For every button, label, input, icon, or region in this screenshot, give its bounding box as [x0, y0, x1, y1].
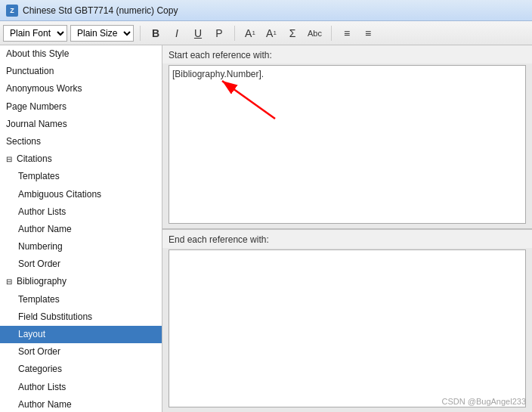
top-section: Start each reference with: [Bibliography…: [162, 45, 532, 230]
arrow-annotation-bottom: [169, 354, 169, 399]
expand-icon-bibliography: ⊟: [6, 276, 15, 288]
sidebar-item-ambiguous[interactable]: Ambiguous Citations: [0, 186, 162, 203]
title-bar: Z Chinese Std GBT7714 (numeric) Copy: [0, 0, 532, 21]
sidebar-item-bib-templates[interactable]: Templates: [0, 291, 162, 308]
sidebar-item-field-substitutions[interactable]: Field Substitutions: [0, 308, 162, 326]
sigma-button[interactable]: Σ: [283, 24, 302, 42]
sidebar-item-journalnames[interactable]: Journal Names: [0, 116, 162, 133]
window-title: Chinese Std GBT7714 (numeric) Copy: [23, 5, 178, 16]
toolbar: Plain Font Plain Size B I U P A1 A1 Σ Ab…: [0, 21, 532, 45]
sidebar-item-bibliography[interactable]: ⊟ Bibliography: [0, 273, 162, 290]
content-area: Start each reference with: [Bibliography…: [162, 45, 532, 412]
superscript-button[interactable]: A1: [241, 24, 259, 42]
abc-button[interactable]: Abc: [305, 24, 325, 42]
toolbar-separator-1: [140, 26, 141, 41]
plain-button[interactable]: P: [210, 24, 228, 42]
font-select[interactable]: Plain Font: [3, 25, 67, 42]
underline-button[interactable]: U: [189, 24, 207, 42]
sidebar-item-anonymous[interactable]: Anonymous Works: [0, 80, 162, 98]
expand-icon-citations: ⊟: [6, 153, 15, 166]
content-wrapper: Start each reference with: [Bibliography…: [162, 45, 532, 412]
italic-button[interactable]: I: [168, 24, 186, 42]
sidebar-item-layout[interactable]: Layout: [0, 326, 162, 343]
bottom-section: End each reference with:: [162, 230, 532, 413]
sidebar-item-sort-order-bib[interactable]: Sort Order: [0, 343, 162, 361]
align-left-button[interactable]: ≡: [338, 24, 356, 42]
sidebar-item-author-lists-bib[interactable]: Author Lists: [0, 379, 162, 396]
sidebar-item-categories[interactable]: Categories: [0, 361, 162, 378]
main-layout: About this Style Punctuation Anonymous W…: [0, 45, 532, 412]
sidebar-item-sort-order-cit[interactable]: Sort Order: [0, 256, 162, 273]
sidebar-item-citations-templates[interactable]: Templates: [0, 168, 162, 185]
sidebar-item-author-name-bib[interactable]: Author Name: [0, 396, 162, 412]
sidebar-item-about[interactable]: About this Style: [0, 45, 162, 63]
watermark: CSDN @BugAngel233: [442, 397, 526, 406]
top-value: [Bibliography.Number].: [172, 69, 264, 79]
subscript-button[interactable]: A1: [262, 24, 280, 42]
toolbar-separator-3: [331, 26, 332, 41]
bottom-input-area[interactable]: [169, 249, 526, 408]
bottom-label: End each reference with:: [162, 230, 532, 248]
sidebar-item-author-lists-cit[interactable]: Author Lists: [0, 203, 162, 221]
sidebar-item-author-name-cit[interactable]: Author Name: [0, 221, 162, 238]
sidebar-item-pagenumbers[interactable]: Page Numbers: [0, 98, 162, 116]
sidebar-item-sections[interactable]: Sections: [0, 133, 162, 150]
top-input-area[interactable]: [Bibliography.Number].: [169, 65, 526, 224]
size-select[interactable]: Plain Size: [70, 25, 134, 42]
app-icon: Z: [6, 5, 18, 17]
sidebar-item-citations[interactable]: ⊟ Citations: [0, 150, 162, 168]
bold-button[interactable]: B: [147, 24, 165, 42]
sidebar-item-numbering[interactable]: Numbering: [0, 238, 162, 256]
toolbar-separator-2: [234, 26, 235, 41]
svg-line-1: [222, 81, 275, 119]
top-label: Start each reference with:: [162, 45, 532, 64]
sidebar: About this Style Punctuation Anonymous W…: [0, 45, 162, 412]
sidebar-item-punctuation[interactable]: Punctuation: [0, 63, 162, 80]
align-right-button[interactable]: ≡: [359, 24, 377, 42]
